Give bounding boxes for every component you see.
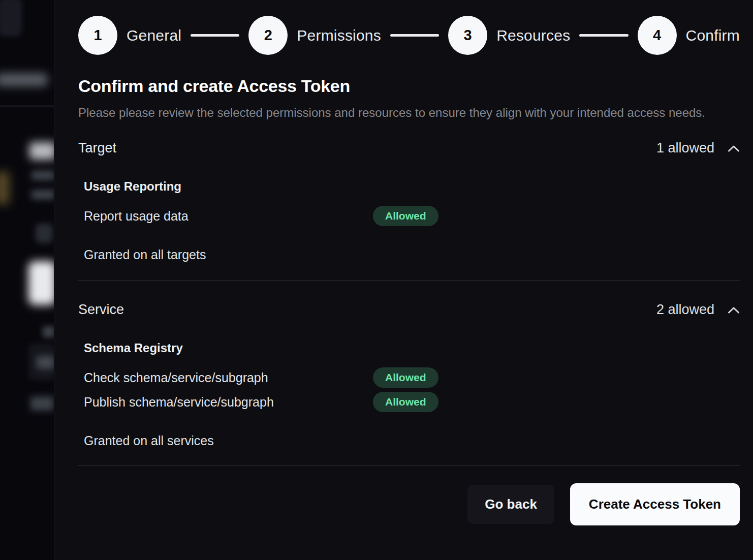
section-header-target: Target 1 allowed	[78, 140, 740, 156]
chevron-up-icon	[728, 145, 740, 152]
step-resources[interactable]: 3 Resources	[448, 16, 570, 55]
granted-note: Granted on all services	[84, 433, 740, 448]
footer-divider	[78, 465, 740, 466]
section-collapse-toggle[interactable]: 2 allowed	[656, 302, 740, 318]
step-connector	[579, 34, 628, 37]
step-label: Confirm	[686, 27, 740, 44]
granted-note: Granted on all targets	[84, 247, 740, 262]
step-permissions[interactable]: 2 Permissions	[248, 16, 381, 55]
step-circle: 3	[448, 16, 487, 55]
blurred-logo-tile	[0, 0, 22, 37]
step-circle: 1	[78, 16, 117, 55]
step-connector	[390, 34, 439, 37]
wizard-stepper: 1 General 2 Permissions 3 Resources 4 Co…	[78, 16, 740, 55]
permission-group-title: Schema Registry	[84, 341, 740, 355]
blurred-text-fragment	[32, 171, 54, 180]
step-label: General	[127, 27, 181, 44]
permission-label: Report usage data	[84, 209, 373, 224]
blurred-accent-shape	[0, 172, 9, 204]
step-number: 1	[93, 27, 102, 44]
status-badge: Allowed	[373, 206, 438, 226]
access-token-wizard-modal: 1 General 2 Permissions 3 Resources 4 Co…	[54, 0, 753, 560]
go-back-button[interactable]: Go back	[467, 485, 554, 524]
blurred-white-card	[28, 261, 54, 305]
blurred-text-fragment	[30, 396, 54, 411]
step-connector	[191, 34, 239, 37]
step-circle: 2	[248, 16, 288, 55]
page-description: Please please review the selected permis…	[78, 103, 706, 123]
blurred-nav-text	[0, 73, 48, 86]
status-badge: Allowed	[373, 367, 438, 388]
section-title: Target	[78, 140, 116, 156]
step-number: 3	[464, 27, 472, 44]
create-access-token-button[interactable]: Create Access Token	[570, 483, 740, 525]
permission-label: Check schema/service/subgraph	[84, 370, 373, 385]
section-divider	[78, 281, 740, 281]
permission-row: Publish schema/service/subgraph Allowed	[84, 392, 740, 412]
step-number: 4	[653, 27, 661, 44]
blurred-divider	[0, 106, 54, 107]
step-label: Resources	[496, 27, 570, 44]
blurred-text-fragment	[32, 190, 54, 199]
permission-group-title: Usage Reporting	[84, 179, 740, 194]
step-circle: 4	[638, 16, 677, 55]
wizard-footer: Go back Create Access Token	[78, 483, 740, 525]
step-number: 2	[264, 27, 272, 44]
blurred-icon	[36, 224, 53, 243]
allowed-count: 1 allowed	[656, 140, 714, 156]
blurred-text-fragment	[43, 326, 54, 337]
blurred-text-fragment	[37, 356, 54, 369]
status-badge: Allowed	[373, 392, 438, 412]
page-title: Confirm and create Access Token	[78, 76, 740, 96]
permission-label: Publish schema/service/subgraph	[84, 395, 373, 410]
step-confirm[interactable]: 4 Confirm	[638, 16, 740, 55]
section-title: Service	[78, 302, 124, 318]
permission-row: Report usage data Allowed	[84, 206, 740, 226]
step-general[interactable]: 1 General	[78, 16, 181, 55]
section-header-service: Service 2 allowed	[78, 302, 740, 318]
permission-row: Check schema/service/subgraph Allowed	[84, 367, 740, 388]
section-collapse-toggle[interactable]: 1 allowed	[656, 140, 740, 156]
chevron-up-icon	[728, 306, 740, 314]
allowed-count: 2 allowed	[656, 302, 714, 318]
blurred-page-heading	[29, 142, 54, 160]
blurred-background-page	[0, 0, 54, 560]
step-label: Permissions	[297, 27, 381, 44]
